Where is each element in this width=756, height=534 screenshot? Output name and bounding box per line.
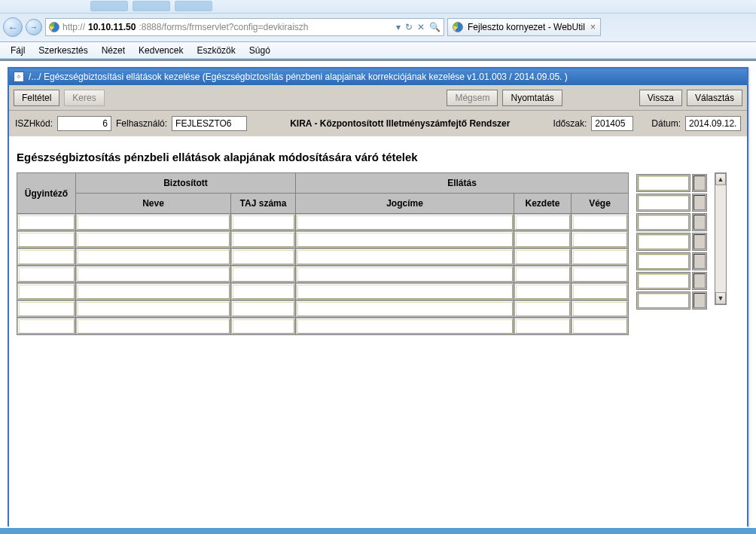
iszh-label: ISZHkód: <box>15 118 53 129</box>
table-cell[interactable] <box>515 249 570 264</box>
side-cell[interactable] <box>638 293 689 308</box>
side-cell[interactable] <box>638 175 689 191</box>
table-cell[interactable] <box>572 267 627 282</box>
table-cell[interactable] <box>297 267 513 282</box>
side-table <box>635 172 709 311</box>
th-kezdete: Kezdete <box>514 194 572 214</box>
row-checkbox[interactable] <box>694 215 706 230</box>
dropdown-icon[interactable]: ▾ <box>396 22 401 32</box>
keres-button[interactable]: Keres <box>64 90 104 106</box>
menu-view[interactable]: Nézet <box>96 44 131 57</box>
menu-help[interactable]: Súgó <box>243 44 276 57</box>
idoszak-label: Időszak: <box>553 118 587 129</box>
table-cell[interactable] <box>297 319 513 334</box>
row-checkbox[interactable] <box>694 273 706 288</box>
table-cell[interactable] <box>572 319 627 334</box>
arrow-right-icon: → <box>30 23 38 32</box>
th-biztositott: Biztosított <box>76 173 296 194</box>
idoszak-field[interactable]: 201405 <box>591 116 633 131</box>
vertical-scrollbar[interactable]: ▲ ▼ <box>715 172 727 305</box>
table-cell[interactable] <box>515 319 570 334</box>
felh-label: Felhasználó: <box>116 118 167 129</box>
row-checkbox[interactable] <box>694 195 706 210</box>
url-host: 10.10.11.50 <box>88 22 136 32</box>
main-table: Ügyintéző Biztosított Ellátás Neve TAJ s… <box>17 172 629 335</box>
table-cell[interactable] <box>18 319 75 334</box>
table-cell[interactable] <box>232 267 294 282</box>
scroll-up-icon[interactable]: ▲ <box>715 173 726 185</box>
th-taj: TAJ száma <box>231 194 296 214</box>
search-icon[interactable]: 🔍 <box>429 22 440 32</box>
table-cell[interactable] <box>572 284 627 299</box>
table-cell[interactable] <box>297 301 513 316</box>
table-cell[interactable] <box>515 284 570 299</box>
side-cell[interactable] <box>638 254 689 269</box>
side-cell[interactable] <box>638 273 689 288</box>
datum-field[interactable]: 2014.09.12. <box>685 116 741 131</box>
table-cell[interactable] <box>232 284 294 299</box>
menu-file[interactable]: Fájl <box>5 44 31 57</box>
table-cell[interactable] <box>77 319 230 334</box>
th-ellatas: Ellátás <box>296 173 629 194</box>
row-checkbox[interactable] <box>694 234 706 249</box>
menu-favorites[interactable]: Kedvencek <box>133 44 189 57</box>
table-cell[interactable] <box>18 215 75 230</box>
table-cell[interactable] <box>232 232 294 247</box>
table-cell[interactable] <box>572 301 627 316</box>
iszh-field[interactable]: 6 <box>57 116 111 131</box>
arrow-left-icon: ← <box>8 22 18 33</box>
table-cell[interactable] <box>18 284 75 299</box>
menu-edit[interactable]: Szerkesztés <box>32 44 93 57</box>
address-bar[interactable]: http://10.10.11.50:8888/forms/frmservlet… <box>45 18 444 36</box>
table-cell[interactable] <box>572 232 627 247</box>
table-cell[interactable] <box>232 215 294 230</box>
table-cell[interactable] <box>297 232 513 247</box>
table-cell[interactable] <box>77 249 230 264</box>
table-cell[interactable] <box>515 301 570 316</box>
row-checkbox[interactable] <box>694 254 706 269</box>
valasztas-button[interactable]: Választás <box>687 90 742 106</box>
url-scheme: http:// <box>62 22 85 32</box>
table-cell[interactable] <box>77 301 230 316</box>
table-cell[interactable] <box>77 232 230 247</box>
side-cell[interactable] <box>638 195 689 210</box>
table-cell[interactable] <box>297 249 513 264</box>
stop-icon[interactable]: ✕ <box>417 22 425 32</box>
side-cell[interactable] <box>638 215 689 230</box>
table-cell[interactable] <box>232 319 294 334</box>
nyomtatas-button[interactable]: Nyomtatás <box>502 90 562 106</box>
table-cell[interactable] <box>232 301 294 316</box>
table-cell[interactable] <box>232 249 294 264</box>
close-icon[interactable]: × <box>590 22 596 32</box>
scroll-track[interactable] <box>715 185 726 292</box>
row-checkbox[interactable] <box>694 175 706 191</box>
table-cell[interactable] <box>77 215 230 230</box>
table-cell[interactable] <box>77 284 230 299</box>
table-cell[interactable] <box>515 215 570 230</box>
table-cell[interactable] <box>297 215 513 230</box>
felh-field[interactable]: FEJLESZTO6 <box>172 116 247 131</box>
megsem-button[interactable]: Mégsem <box>447 90 498 106</box>
table-cell[interactable] <box>18 267 75 282</box>
table-cell[interactable] <box>515 267 570 282</box>
table-cell[interactable] <box>572 249 627 264</box>
vissza-button[interactable]: Vissza <box>639 90 682 106</box>
nav-back-button[interactable]: ← <box>3 17 23 37</box>
table-cell[interactable] <box>77 267 230 282</box>
menu-tools[interactable]: Eszközök <box>191 44 241 57</box>
nav-forward-button[interactable]: → <box>26 19 42 35</box>
feltetel-button[interactable]: Feltétel <box>14 90 59 106</box>
browser-tab[interactable]: Fejleszto kornyezet - WebUtil × <box>447 18 601 36</box>
table-cell[interactable] <box>572 215 627 230</box>
refresh-icon[interactable]: ↻ <box>405 22 413 32</box>
table-cell[interactable] <box>515 232 570 247</box>
scroll-down-icon[interactable]: ▼ <box>715 292 726 304</box>
row-checkbox[interactable] <box>694 293 706 308</box>
table-cell[interactable] <box>297 284 513 299</box>
table-cell[interactable] <box>18 249 75 264</box>
table-cell[interactable] <box>18 301 75 316</box>
table-cell[interactable] <box>18 232 75 247</box>
ie-icon <box>453 22 463 32</box>
side-cell[interactable] <box>638 234 689 249</box>
url-path: :8888/forms/frmservlet?config=devkiraisz… <box>139 22 308 32</box>
